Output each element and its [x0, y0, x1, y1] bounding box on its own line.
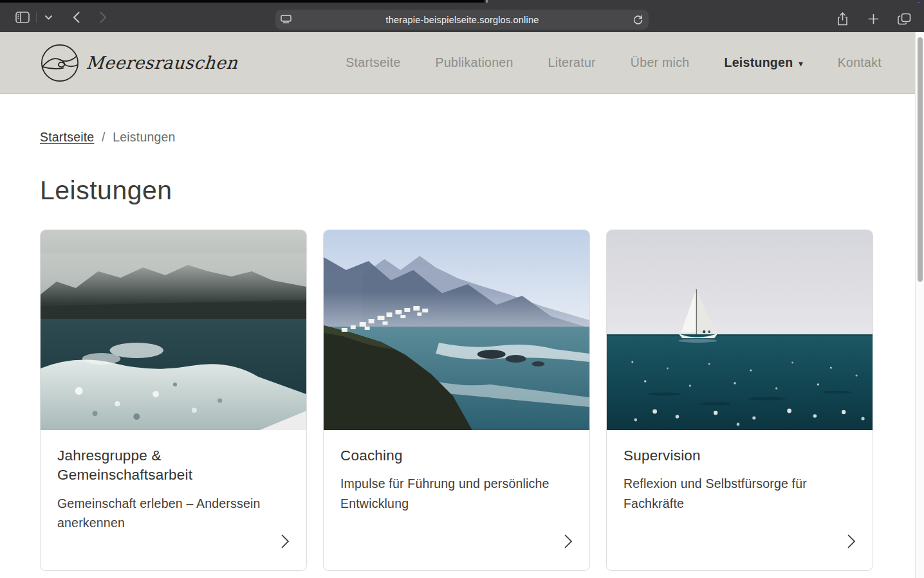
card-title: Coaching — [340, 446, 573, 465]
service-cards: Jahresgruppe & Gemeinschaftsarbeit Gemei… — [40, 230, 875, 571]
card-image-misty-coast — [324, 230, 589, 430]
chevron-right-icon — [847, 534, 856, 551]
breadcrumb: Startseite / Leistungen — [40, 130, 875, 145]
main-content: Startseite / Leistungen Leistungen — [0, 94, 915, 571]
address-bar[interactable]: therapie-beispielseite.sorglos.online — [275, 10, 649, 30]
new-tab-icon[interactable] — [864, 9, 883, 28]
nav-item-leistungen[interactable]: Leistungen ▾ — [724, 55, 802, 70]
tab-overview-icon[interactable] — [894, 9, 914, 28]
toolbar-divider — [36, 12, 37, 23]
nav-item-ueber-mich[interactable]: Über mich — [631, 55, 690, 70]
reload-icon[interactable] — [633, 15, 643, 25]
nav-item-literatur[interactable]: Literatur — [548, 55, 596, 70]
share-icon[interactable] — [833, 9, 852, 28]
chevron-down-icon[interactable] — [42, 8, 55, 27]
scrollbar-track[interactable] — [915, 32, 924, 578]
browser-toolbar: therapie-beispielseite.sorglos.online — [0, 3, 924, 32]
url-text: therapie-beispielseite.sorglos.online — [291, 15, 633, 25]
breadcrumb-current: Leistungen — [113, 130, 175, 144]
nav-item-publikationen[interactable]: Publikationen — [436, 55, 513, 70]
nav-item-startseite[interactable]: Startseite — [346, 55, 400, 70]
chevron-right-icon — [281, 534, 290, 551]
nav-item-kontakt[interactable]: Kontakt — [838, 55, 882, 70]
breadcrumb-home-link[interactable]: Startseite — [40, 130, 94, 144]
card-subtitle: Reflexion und Selbstfürsorge für Fachkrä… — [624, 474, 856, 512]
page-format-icon — [281, 15, 291, 24]
main-nav: Startseite Publikationen Literatur Über … — [346, 55, 882, 70]
card-supervision[interactable]: Supervision Reflexion und Selbstfürsorge… — [606, 230, 873, 571]
scrollbar-thumb[interactable] — [918, 37, 923, 282]
chevron-right-icon — [564, 534, 573, 551]
card-jahresgruppe[interactable]: Jahresgruppe & Gemeinschaftsarbeit Gemei… — [40, 230, 307, 571]
web-page: Meeresrauschen Startseite Publikationen … — [0, 32, 915, 578]
card-image-sailboat — [607, 230, 873, 430]
card-coaching[interactable]: Coaching Impulse für Führung und persönl… — [323, 230, 590, 571]
site-name: Meeresrauschen — [86, 53, 239, 73]
site-logo[interactable]: Meeresrauschen — [40, 43, 237, 83]
site-header: Meeresrauschen Startseite Publikationen … — [0, 32, 915, 94]
forward-button-icon[interactable] — [93, 8, 113, 27]
card-subtitle: Gemeinschaft erleben – Anderssein anerke… — [57, 494, 290, 532]
page-title: Leistungen — [40, 176, 875, 206]
wave-logo-icon — [40, 43, 80, 83]
card-subtitle: Impulse für Führung und persönliche Entw… — [340, 474, 573, 512]
card-image-stormy-cliffs — [41, 230, 306, 430]
card-title: Jahresgruppe & Gemeinschaftsarbeit — [57, 446, 290, 485]
sidebar-toggle-icon[interactable] — [13, 8, 32, 27]
card-title: Supervision — [624, 446, 856, 465]
breadcrumb-separator: / — [102, 130, 106, 144]
back-button-icon[interactable] — [66, 8, 86, 27]
chevron-down-icon: ▾ — [799, 60, 802, 68]
